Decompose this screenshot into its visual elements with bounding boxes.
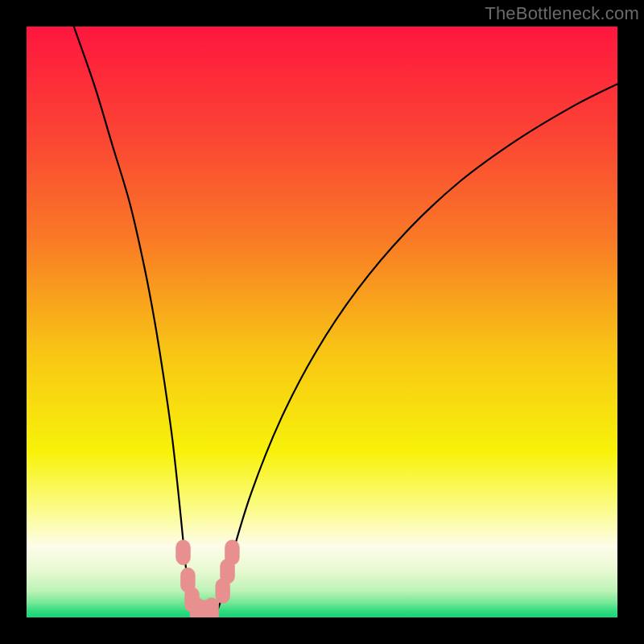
outer-frame: TheBottleneck.com	[0, 0, 644, 644]
plot-area	[27, 27, 617, 617]
gradient-background	[27, 27, 617, 617]
curve-marker	[204, 598, 219, 617]
chart-svg	[27, 27, 617, 617]
curve-marker	[225, 540, 240, 565]
curve-marker	[176, 540, 191, 565]
watermark-text: TheBottleneck.com	[485, 3, 639, 24]
